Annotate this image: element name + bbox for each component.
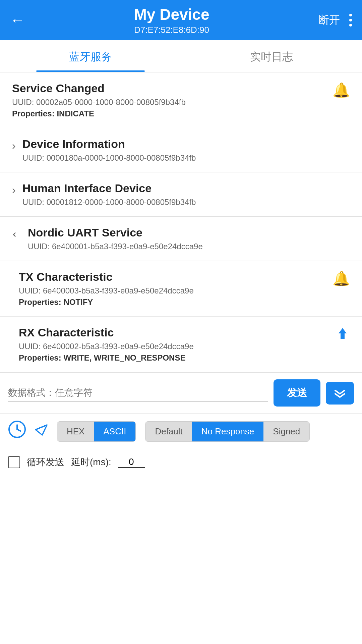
device-address: D7:E7:52:E8:6D:90 xyxy=(25,25,318,35)
send-icon[interactable] xyxy=(33,421,50,442)
page-title: My Device xyxy=(25,5,318,23)
nordic-uart-uuid: UUID: 6e400001-b5a3-f393-e0a9-e50e24dcca… xyxy=(28,242,203,251)
data-input[interactable] xyxy=(8,385,268,401)
svg-line-3 xyxy=(17,429,20,431)
rx-upload-icon[interactable] xyxy=(335,326,350,344)
nordic-uart-title: Nordic UART Service xyxy=(28,226,203,239)
tx-uuid: UUID: 6e400003-b5a3-f393-e0a9-e50e24dcca… xyxy=(19,286,333,296)
cycle-delay-label: 延时(ms): xyxy=(71,456,111,469)
signed-button[interactable]: Signed xyxy=(263,422,309,441)
rx-props: Properties: WRITE, WRITE_NO_RESPONSE xyxy=(19,353,335,363)
nordic-uart-header[interactable]: ⌄ Nordic UART Service UUID: 6e400001-b5a… xyxy=(0,217,362,261)
service-changed-title: Service Changed xyxy=(12,82,333,95)
human-interface-section: › Human Interface Device UUID: 00001812-… xyxy=(0,172,362,217)
rx-uuid: UUID: 6e400002-b5a3-f393-e0a9-e50e24dcca… xyxy=(19,342,335,351)
app-header: ← My Device D7:E7:52:E8:6D:90 断开 xyxy=(0,0,362,40)
device-information-section: › Device Information UUID: 0000180a-0000… xyxy=(0,128,362,172)
chevron-right-icon[interactable]: › xyxy=(12,140,16,152)
data-input-row: 发送 xyxy=(0,372,362,413)
human-interface-header[interactable]: › Human Interface Device UUID: 00001812-… xyxy=(0,172,362,216)
cycle-label: 循环发送 xyxy=(27,456,64,469)
svg-marker-6 xyxy=(36,425,47,435)
device-information-header[interactable]: › Device Information UUID: 0000180a-0000… xyxy=(0,128,362,172)
more-menu-button[interactable] xyxy=(349,14,352,26)
cycle-checkbox[interactable] xyxy=(8,456,20,468)
bottom-toolbar: HEX ASCII Default No Response Signed xyxy=(0,413,362,449)
human-interface-uuid: UUID: 00001812-0000-1000-8000-00805f9b34… xyxy=(22,198,196,207)
response-group: Default No Response Signed xyxy=(145,421,310,442)
cycle-row: 循环发送 延时(ms): xyxy=(0,449,362,475)
rx-characteristic-row: RX Characteristic UUID: 6e400002-b5a3-f3… xyxy=(0,316,362,372)
header-actions: 断开 xyxy=(318,13,352,28)
device-information-title: Device Information xyxy=(22,138,196,151)
svg-marker-0 xyxy=(339,328,347,339)
tx-props: Properties: NOTIFY xyxy=(19,298,333,307)
cycle-delay-input[interactable] xyxy=(118,457,145,468)
clock-icon[interactable] xyxy=(8,420,26,442)
tab-realtime-log[interactable]: 实时日志 xyxy=(181,40,362,72)
tabs-bar: 蓝牙服务 实时日志 xyxy=(0,40,362,72)
send-button[interactable]: 发送 xyxy=(274,379,320,407)
service-changed-uuid: UUID: 00002a05-0000-1000-8000-00805f9b34… xyxy=(12,98,333,107)
tab-ble-services[interactable]: 蓝牙服务 xyxy=(0,40,181,72)
back-button[interactable]: ← xyxy=(10,12,25,29)
chevron-down-icon[interactable]: ⌄ xyxy=(10,230,23,239)
ascii-button[interactable]: ASCII xyxy=(94,422,135,441)
no-response-button[interactable]: No Response xyxy=(192,422,264,441)
hex-button[interactable]: HEX xyxy=(57,422,94,441)
tx-characteristic-row: TX Characteristic UUID: 6e400003-b5a3-f3… xyxy=(0,261,362,316)
service-changed-props: Properties: INDICATE xyxy=(12,109,333,118)
tx-bell-icon[interactable]: 🔔 xyxy=(333,270,350,287)
header-title-block: My Device D7:E7:52:E8:6D:90 xyxy=(25,5,318,35)
format-group: HEX ASCII xyxy=(57,421,136,442)
tx-title: TX Characteristic xyxy=(19,270,333,283)
chevron-right-icon[interactable]: › xyxy=(12,184,16,196)
service-changed-bell-icon[interactable]: 🔔 xyxy=(333,82,350,98)
disconnect-button[interactable]: 断开 xyxy=(318,13,340,28)
human-interface-title: Human Interface Device xyxy=(22,182,196,195)
nordic-uart-section: ⌄ Nordic UART Service UUID: 6e400001-b5a… xyxy=(0,217,362,372)
device-information-uuid: UUID: 0000180a-0000-1000-8000-00805f9b34… xyxy=(22,153,196,163)
rx-title: RX Characteristic xyxy=(19,326,335,339)
service-changed-section: Service Changed UUID: 00002a05-0000-1000… xyxy=(0,72,362,128)
default-button[interactable]: Default xyxy=(145,422,192,441)
expand-input-button[interactable] xyxy=(326,382,354,405)
